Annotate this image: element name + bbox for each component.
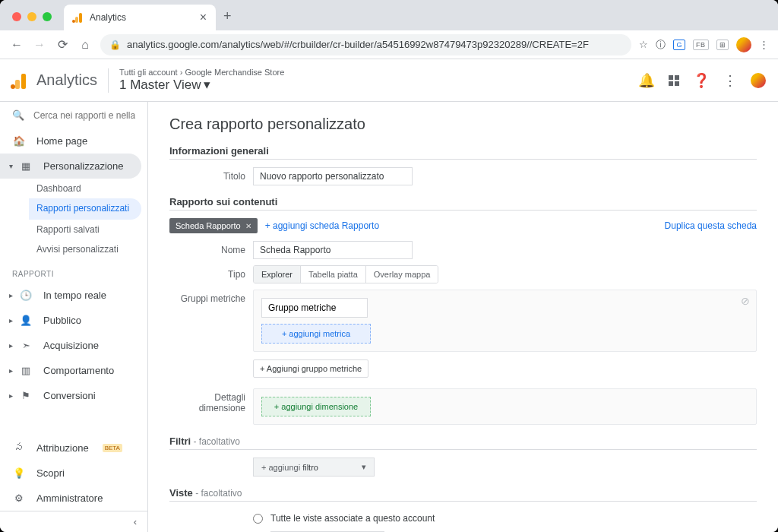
sidebar-item-customization[interactable]: ▾ ▦ Personalizzazione xyxy=(0,154,141,179)
apps-icon[interactable] xyxy=(669,75,679,86)
sidebar-item-realtime[interactable]: ▸🕒In tempo reale xyxy=(0,283,147,308)
input-tab-name[interactable] xyxy=(253,241,413,259)
account-selector[interactable]: Tutti gli account › Google Merchandise S… xyxy=(119,68,284,93)
dropdown-icon: ▾ xyxy=(204,77,210,93)
sidebar-item-admin[interactable]: ⚙Amministratore xyxy=(0,486,147,511)
sidebar-item-audience[interactable]: ▸👤Pubblico xyxy=(0,308,147,333)
add-metric-button[interactable]: + aggiungi metrica xyxy=(261,324,371,344)
collapse-sidebar[interactable]: ‹ xyxy=(0,511,147,532)
kebab-icon[interactable]: ⋮ xyxy=(759,39,769,50)
analytics-favicon xyxy=(73,12,84,23)
browser-toolbar: ← → ⟳ ⌂ 🔒 analytics.google.com/analytics… xyxy=(0,30,778,59)
extension-badge[interactable]: ⊞ xyxy=(716,40,729,50)
app-header: Analytics Tutti gli account › Google Mer… xyxy=(0,59,778,102)
section-views: Viste - facoltativo xyxy=(169,487,757,502)
radio-all-views[interactable]: Tutte le viste associate a questo accoun… xyxy=(253,509,757,527)
user-avatar[interactable] xyxy=(751,73,766,88)
extension-badge[interactable]: G xyxy=(673,40,685,50)
window-controls xyxy=(9,3,58,30)
main-content: Crea rapporto personalizzato Informazion… xyxy=(148,102,778,532)
add-filter-dropdown[interactable]: + aggiungi filtro ▾ xyxy=(253,458,375,477)
tab-title: Analytics xyxy=(90,12,126,23)
search-icon: 🔍 xyxy=(12,109,24,121)
chevron-down-icon: ▾ xyxy=(9,162,13,170)
duplicate-tab-link[interactable]: Duplica questa scheda xyxy=(665,220,757,231)
metric-group-box: ⊘ + aggiungi metrica xyxy=(253,290,757,352)
extension-icons: ☆ ⓘ G FB ⊞ ⋮ xyxy=(639,37,769,52)
section-label-reports: RAPPORTI xyxy=(0,259,147,283)
sidebar-item-custom-reports[interactable]: Rapporti personalizzati xyxy=(29,198,141,220)
add-dimension-button[interactable]: + aggiungi dimensione xyxy=(261,397,371,416)
sidebar-item-home[interactable]: 🏠 Home page xyxy=(0,128,147,154)
dropdown-icon: ▾ xyxy=(362,462,366,472)
product-brand[interactable]: Analytics xyxy=(12,71,97,89)
close-window[interactable] xyxy=(12,12,21,21)
remove-group-icon[interactable]: ⊘ xyxy=(741,295,750,307)
bell-icon[interactable]: 🔔 xyxy=(638,72,655,89)
product-name: Analytics xyxy=(36,71,97,89)
sidebar-item-attribution[interactable]: సAttribuzioneBETA xyxy=(0,435,147,461)
close-icon[interactable]: ✕ xyxy=(245,222,251,230)
search-input[interactable] xyxy=(33,110,135,121)
type-flat-table-button[interactable]: Tabella piatta xyxy=(301,266,366,283)
close-tab-icon[interactable]: × xyxy=(200,11,207,24)
label-metric-groups: Gruppi metriche xyxy=(169,290,253,304)
profile-avatar[interactable] xyxy=(736,37,751,52)
sidebar-item-dashboards[interactable]: Dashboard xyxy=(36,179,147,198)
chevron-right-icon: ▸ xyxy=(9,366,13,375)
label-dimension: Dettagli dimensione xyxy=(169,388,253,413)
analytics-logo-icon xyxy=(12,72,29,89)
input-metric-group-name[interactable] xyxy=(261,298,368,318)
minimize-window[interactable] xyxy=(27,12,36,21)
dimension-box: + aggiungi dimensione xyxy=(253,388,757,425)
browser-tab[interactable]: Analytics × xyxy=(64,5,216,30)
kebab-icon[interactable]: ⋮ xyxy=(723,72,737,89)
add-report-tab-link[interactable]: + aggiungi scheda Rapporto xyxy=(265,220,379,231)
label-title: Titolo xyxy=(169,167,253,182)
url-text: analytics.google.com/analytics/web/#/crb… xyxy=(127,39,589,50)
add-metric-group-button[interactable]: + Aggiungi gruppo metriche xyxy=(253,359,368,378)
browser-tabstrip: Analytics × + xyxy=(0,0,778,30)
input-report-title[interactable] xyxy=(253,167,413,185)
back-icon[interactable]: ← xyxy=(9,38,24,52)
type-segmented: Explorer Tabella piatta Overlay mappa xyxy=(253,265,438,283)
lock-icon: 🔒 xyxy=(109,40,121,50)
forward-icon: → xyxy=(32,38,47,52)
sidebar-item-discover[interactable]: 💡Scopri xyxy=(0,461,147,486)
behavior-icon: ▥ xyxy=(19,365,33,376)
home-icon: 🏠 xyxy=(12,135,26,147)
flag-icon: ⚑ xyxy=(19,390,33,401)
chevron-right-icon: ▸ xyxy=(9,341,13,350)
sidebar-search[interactable]: 🔍 xyxy=(0,102,147,128)
new-tab-button[interactable]: + xyxy=(216,2,239,30)
home-icon[interactable]: ⌂ xyxy=(77,38,93,52)
info-icon[interactable]: ⓘ xyxy=(656,38,666,52)
star-icon[interactable]: ☆ xyxy=(639,39,648,50)
divider xyxy=(108,68,109,93)
type-explorer-button[interactable]: Explorer xyxy=(254,266,301,283)
label-type: Tipo xyxy=(169,265,253,280)
section-content-report: Rapporto sui contenuti xyxy=(169,196,757,211)
customization-icon: ▦ xyxy=(19,160,33,172)
sidebar-item-conversions[interactable]: ▸⚑Conversioni xyxy=(0,383,147,408)
sidebar: 🔍 🏠 Home page ▾ ▦ Personalizzazione Dash… xyxy=(0,102,148,532)
radio-selected-views[interactable]: 1 vista selezionata ▾ xyxy=(253,527,757,532)
sidebar-item-behavior[interactable]: ▸▥Comportamento xyxy=(0,358,147,383)
extension-badge[interactable]: FB xyxy=(693,40,709,50)
help-icon[interactable]: ❓ xyxy=(693,72,710,89)
page-title: Crea rapporto personalizzato xyxy=(169,116,757,133)
reload-icon[interactable]: ⟳ xyxy=(55,37,70,52)
type-map-overlay-button[interactable]: Overlay mappa xyxy=(366,266,438,283)
sidebar-item-acquisition[interactable]: ▸➣Acquisizione xyxy=(0,333,147,358)
maximize-window[interactable] xyxy=(43,12,52,21)
report-tab-chip[interactable]: Scheda Rapporto ✕ xyxy=(169,218,258,233)
user-icon: 👤 xyxy=(19,315,33,326)
sidebar-item-saved-reports[interactable]: Rapporti salvati xyxy=(36,220,147,239)
lightbulb-icon: 💡 xyxy=(12,467,26,479)
acquisition-icon: ➣ xyxy=(19,340,33,351)
gear-icon: ⚙ xyxy=(12,492,26,504)
clock-icon: 🕒 xyxy=(19,290,33,301)
sidebar-item-custom-alerts[interactable]: Avvisi personalizzati xyxy=(36,239,147,259)
section-filters: Filtri - facoltativo xyxy=(169,435,757,450)
address-bar[interactable]: 🔒 analytics.google.com/analytics/web/#/c… xyxy=(100,34,631,55)
